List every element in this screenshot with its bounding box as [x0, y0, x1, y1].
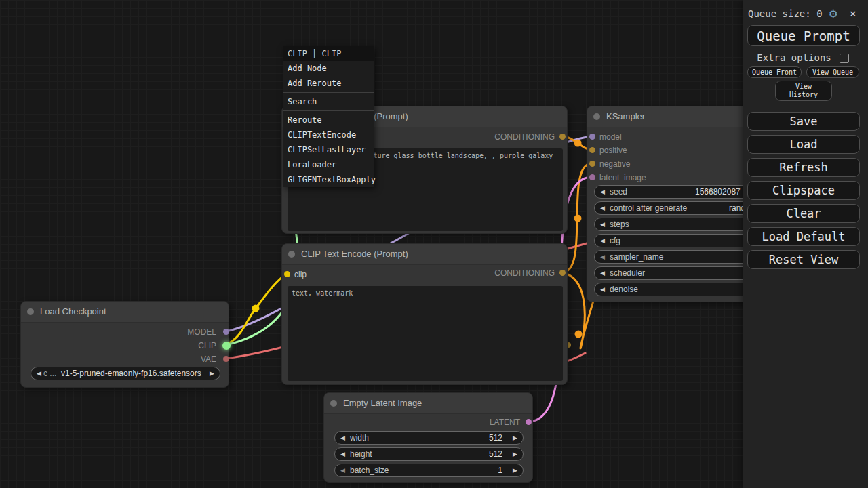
node-clip-text-encode-negative[interactable]: CLIP Text Encode (Prompt) clip CONDITION… [281, 243, 568, 385]
menu-item-add-reroute[interactable]: Add Reroute [283, 76, 374, 91]
widget-label: width [350, 432, 369, 444]
link-dot-cond-2 [574, 215, 582, 222]
input-label-model: model [599, 130, 622, 144]
comfyui-canvas[interactable]: { "icons": { "left": "◀", "right": "▶", … [0, 0, 868, 488]
node-load-checkpoint[interactable]: Load Checkpoint MODEL CLIP VAE ◀ c ... v… [20, 301, 229, 388]
prev-value-arrow-icon[interactable]: ◀ [600, 235, 605, 247]
widget-value: 512 [489, 449, 502, 460]
widget-label: batch_size [350, 465, 389, 476]
widget-value: 512 [489, 432, 502, 444]
save-button[interactable]: Save [747, 112, 860, 131]
output-dot-conditioning[interactable] [559, 270, 566, 276]
view-history-button[interactable]: View History [775, 81, 832, 101]
widget-label: scheduler [610, 268, 645, 279]
reset-view-button[interactable]: Reset View [747, 250, 860, 269]
prompt-textarea[interactable]: text, watermark [288, 286, 563, 381]
next-value-arrow-icon[interactable]: ▶ [513, 432, 517, 444]
widget-label: c ... [43, 368, 56, 380]
link-dot-cond-1 [574, 140, 582, 147]
input-dot-model[interactable] [589, 134, 595, 140]
refresh-button[interactable]: Refresh [747, 158, 860, 177]
link-dot-cond-3 [575, 331, 583, 338]
close-icon[interactable]: ✕ [850, 7, 856, 20]
widget-label: control after generate [610, 203, 687, 214]
node-title-bar[interactable]: Empty Latent Image [324, 393, 532, 414]
node-empty-latent-image[interactable]: Empty Latent Image LATENT ◀ width 512 ▶ … [323, 392, 533, 483]
load-default-button[interactable]: Load Default [747, 227, 860, 246]
menu-separator [283, 110, 374, 111]
collapse-dot-icon[interactable] [288, 251, 295, 258]
prev-value-arrow-icon[interactable]: ◀ [340, 465, 345, 476]
collapse-dot-icon[interactable] [27, 308, 34, 315]
menu-item-add-node[interactable]: Add Node [283, 61, 374, 76]
extra-options-label: Extra options [750, 52, 838, 63]
input-dot-negative[interactable] [589, 161, 595, 167]
menu-separator [283, 92, 374, 93]
prev-value-arrow-icon[interactable]: ◀ [600, 186, 605, 198]
collapse-dot-icon[interactable] [593, 113, 600, 120]
input-dot-latent-image[interactable] [589, 174, 595, 180]
collapse-dot-icon[interactable] [330, 400, 337, 407]
output-label-latent: LATENT [490, 415, 520, 429]
view-queue-button[interactable]: View Queue [806, 66, 859, 78]
input-label-positive: positive [599, 144, 627, 157]
widget-label: steps [610, 219, 629, 230]
input-label-negative: negative [599, 157, 630, 171]
node-title: KSampler [606, 111, 645, 121]
prev-value-arrow-icon[interactable]: ◀ [37, 368, 41, 380]
widget-value: 1 [498, 465, 502, 476]
load-button[interactable]: Load [747, 135, 860, 154]
ckpt-name-widget[interactable]: ◀ c ... v1-5-pruned-emaonly-fp16.safeten… [31, 367, 220, 380]
output-label-conditioning: CONDITIONING [494, 130, 555, 144]
prev-value-arrow-icon[interactable]: ◀ [340, 449, 345, 460]
next-value-arrow-icon[interactable]: ▶ [513, 465, 517, 476]
queue-size-label: Queue size: 0 [748, 8, 823, 19]
clear-button[interactable]: Clear [747, 204, 860, 223]
output-dot-conditioning[interactable] [559, 134, 566, 140]
batch-size-widget[interactable]: ◀ batch_size 1 ▶ [334, 464, 524, 477]
queue-prompt-button[interactable]: Queue Prompt [747, 25, 860, 46]
context-menu: CLIP | CLIP Add Node Add Reroute Search … [283, 46, 374, 187]
prev-value-arrow-icon[interactable]: ◀ [600, 284, 605, 296]
widget-label: height [350, 449, 372, 460]
menu-item-loraloader[interactable]: LoraLoader [283, 157, 374, 172]
width-widget[interactable]: ◀ width 512 ▶ [334, 431, 524, 445]
menu-item-reroute[interactable]: Reroute [283, 113, 374, 127]
input-dot-positive[interactable] [589, 147, 595, 153]
input-label-latent-image: latent_image [599, 171, 646, 184]
output-dot-clip-active[interactable] [222, 342, 231, 350]
next-value-arrow-icon[interactable]: ▶ [210, 368, 214, 380]
next-value-arrow-icon[interactable]: ▶ [513, 449, 517, 460]
clipspace-button[interactable]: Clipspace [747, 181, 860, 200]
menu-item-cliptextencode[interactable]: CLIPTextEncode [283, 127, 374, 142]
output-label-vae: VAE [201, 352, 216, 366]
menu-item-search[interactable]: Search [283, 94, 374, 109]
node-title: Empty Latent Image [343, 398, 422, 408]
menu-item-clipsetlastlayer[interactable]: CLIPSetLastLayer [283, 142, 374, 157]
output-label-model: MODEL [187, 325, 216, 339]
output-dot-vae[interactable] [223, 356, 229, 362]
node-title-bar[interactable]: Load Checkpoint [21, 302, 229, 323]
prev-value-arrow-icon[interactable]: ◀ [600, 251, 605, 263]
prev-value-arrow-icon[interactable]: ◀ [600, 268, 605, 279]
extra-options-checkbox[interactable] [840, 54, 849, 63]
menu-panel: Queue size: 0 ⚙ ✕ Queue Prompt Extra opt… [743, 0, 868, 488]
menu-item-gligentextboxapply[interactable]: GLIGENTextBoxApply [283, 172, 374, 187]
output-dot-model[interactable] [223, 329, 229, 335]
node-title-bar[interactable]: CLIP Text Encode (Prompt) [282, 244, 567, 265]
queue-front-button[interactable]: Queue Front [747, 66, 802, 78]
widget-label: cfg [610, 235, 620, 247]
settings-gear-icon[interactable]: ⚙ [829, 5, 837, 20]
widget-label: denoise [610, 284, 638, 296]
node-title: CLIP Text Encode (Prompt) [301, 249, 408, 259]
prev-value-arrow-icon[interactable]: ◀ [600, 203, 605, 214]
widget-label: seed [610, 186, 627, 198]
link-dot-clip [252, 305, 260, 312]
output-dot-latent[interactable] [526, 419, 532, 425]
prev-value-arrow-icon[interactable]: ◀ [340, 432, 345, 444]
prev-value-arrow-icon[interactable]: ◀ [600, 219, 605, 230]
input-dot-clip[interactable] [284, 271, 290, 277]
widget-value: v1-5-pruned-emaonly-fp16.safetensors [61, 368, 201, 380]
height-widget[interactable]: ◀ height 512 ▶ [334, 447, 524, 461]
input-label-clip: clip [294, 268, 307, 281]
